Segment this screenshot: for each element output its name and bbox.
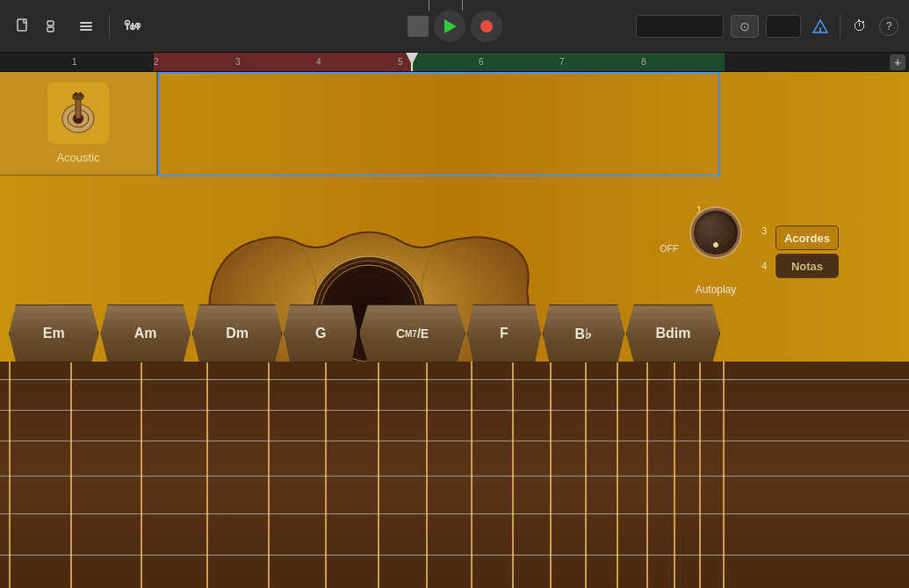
notas-button[interactable]: Notas (776, 254, 839, 278)
timeline-marker-2: 2 (154, 53, 159, 71)
autoplay-panel: OFF 1 2 3 4 Autoplay (681, 208, 751, 296)
cycle-button[interactable]: ⊙ (731, 15, 759, 38)
toolbar-right: ⊙ ⏱ ? (636, 14, 898, 39)
record-button[interactable] (471, 11, 502, 42)
fretboard (0, 362, 909, 588)
play-button[interactable] (434, 11, 465, 42)
new-document-icon[interactable] (11, 14, 35, 39)
svg-rect-4 (80, 25, 92, 27)
autoplay-knob-wrap: OFF 1 2 3 4 (681, 208, 751, 278)
chord-em[interactable]: Em (9, 305, 98, 362)
timeline-marker-8: 8 (641, 53, 646, 71)
acoustic-guitar-icon (52, 87, 105, 140)
clock-icon[interactable]: ⏱ (848, 14, 872, 39)
svg-rect-2 (47, 27, 54, 32)
timeline-marker-6: 6 (479, 53, 484, 71)
chord-bdim[interactable]: Bdim (626, 305, 720, 362)
main-area: Acoustic (0, 72, 909, 588)
autoplay-label-off: OFF (660, 243, 679, 254)
add-track-button[interactable]: + (890, 54, 905, 70)
timeline-green-region[interactable] (413, 53, 725, 71)
stop-button[interactable] (408, 16, 429, 37)
string-1 (0, 379, 909, 380)
string-4 (0, 476, 909, 477)
timeline-marker-5: 5 (398, 53, 403, 71)
smart-controls-icon[interactable] (120, 14, 145, 39)
tuner-icon[interactable] (808, 14, 833, 39)
autoplay-label: Autoplay (696, 283, 737, 296)
track-header: Acoustic (0, 72, 158, 176)
record-dot (480, 20, 493, 32)
selection-border (158, 72, 720, 176)
timeline-marker-3: 3 (235, 53, 241, 71)
chord-cm7e[interactable]: CM7/E (359, 305, 465, 362)
track-icon-wrap[interactable] (47, 82, 109, 144)
svg-rect-0 (18, 19, 26, 31)
volume-slider[interactable] (636, 15, 724, 38)
svg-rect-18 (73, 94, 83, 99)
timeline: 1 2 3 4 5 6 7 8 + (0, 53, 909, 72)
string-6 (0, 555, 909, 556)
loop-tracks-icon[interactable] (42, 14, 67, 39)
track-name: Acoustic (56, 151, 99, 164)
chord-f[interactable]: F (467, 305, 541, 362)
chord-dm[interactable]: Dm (192, 305, 282, 362)
timeline-marker-4: 4 (316, 53, 321, 71)
chord-g[interactable]: G (284, 305, 357, 362)
toolbar-divider-1 (109, 14, 110, 39)
chord-am[interactable]: Am (100, 305, 190, 362)
svg-rect-19 (75, 92, 77, 97)
autoplay-label-3: 3 (761, 226, 767, 236)
string-2 (0, 410, 909, 411)
timeline-marker-1: 1 (72, 53, 77, 71)
svg-rect-1 (47, 21, 54, 25)
timeline-marker-7: 7 (559, 53, 565, 71)
track-list-icon[interactable] (74, 14, 98, 39)
mode-buttons: Acordes Notas (776, 226, 839, 278)
svg-rect-5 (80, 29, 92, 31)
chord-buttons: Em Am Dm G CM7/E F B♭ Bdim (0, 298, 720, 369)
string-3 (0, 441, 909, 441)
autoplay-label-4: 4 (761, 261, 767, 271)
guitar-area: Acoustic (0, 72, 909, 588)
knob-dot (712, 241, 719, 248)
help-icon[interactable]: ? (879, 17, 898, 36)
transport-controls (408, 11, 502, 42)
divider-2 (840, 14, 840, 39)
acordes-button[interactable]: Acordes (776, 226, 839, 250)
metronome-display[interactable] (766, 15, 801, 38)
svg-rect-20 (79, 92, 82, 97)
autoplay-knob[interactable] (691, 208, 740, 257)
timeline-red-region[interactable] (154, 53, 413, 71)
string-5 (0, 513, 909, 514)
chord-bb[interactable]: B♭ (543, 305, 624, 362)
toolbar: ⊙ ⏱ ? (0, 0, 909, 53)
svg-rect-3 (80, 22, 92, 24)
